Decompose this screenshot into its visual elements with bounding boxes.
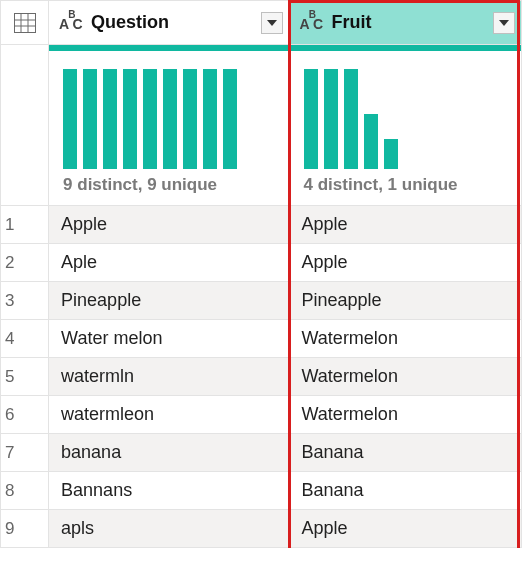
row-number[interactable]: 3 (1, 282, 49, 320)
cell-fruit[interactable]: Watermelon (289, 320, 521, 358)
row-number[interactable]: 5 (1, 358, 49, 396)
distribution-bar (324, 69, 338, 169)
distribution-bar (344, 69, 358, 169)
table-corner-cell[interactable] (1, 1, 49, 45)
cell-fruit[interactable]: Watermelon (289, 396, 521, 434)
table-row[interactable]: 8BannansBanana (1, 472, 522, 510)
cell-question[interactable]: Bannans (49, 472, 289, 510)
row-number[interactable]: 7 (1, 434, 49, 472)
table-row[interactable]: 2ApleApple (1, 244, 522, 282)
cell-question[interactable]: apls (49, 510, 289, 548)
cell-fruit[interactable]: Apple (289, 244, 521, 282)
distribution-bar (304, 69, 318, 169)
distribution-bar (163, 69, 177, 169)
svg-rect-0 (14, 13, 35, 32)
column-filter-dropdown[interactable] (261, 12, 283, 34)
profile-summary: 9 distinct, 9 unique (49, 169, 288, 205)
distribution-bar (384, 139, 398, 169)
distribution-bar (203, 69, 217, 169)
table-icon (14, 13, 36, 33)
cell-fruit[interactable]: Apple (289, 510, 521, 548)
row-number[interactable]: 4 (1, 320, 49, 358)
column-header-row: ABC Question ABC Fruit (1, 1, 522, 45)
row-number[interactable]: 9 (1, 510, 49, 548)
data-rows: 1AppleApple2ApleApple3PineapplePineapple… (1, 206, 522, 548)
cell-question[interactable]: Water melon (49, 320, 289, 358)
table-row[interactable]: 5watermlnWatermelon (1, 358, 522, 396)
distribution-bar (223, 69, 237, 169)
data-preview-table: ABC Question ABC Fruit (0, 0, 522, 548)
distribution-bar (143, 69, 157, 169)
cell-fruit[interactable]: Banana (289, 472, 521, 510)
cell-fruit[interactable]: Pineapple (289, 282, 521, 320)
cell-question[interactable]: Pineapple (49, 282, 289, 320)
text-type-icon: ABC (300, 14, 324, 32)
column-profile-question[interactable]: 9 distinct, 9 unique (49, 45, 289, 206)
cell-question[interactable]: Aple (49, 244, 289, 282)
row-number[interactable]: 2 (1, 244, 49, 282)
table-row[interactable]: 9aplsApple (1, 510, 522, 548)
column-profile-row: 9 distinct, 9 unique 4 distinct, 1 uniqu… (1, 45, 522, 206)
distribution-bar (123, 69, 137, 169)
distribution-chart (304, 69, 507, 169)
table-row[interactable]: 6watermleonWatermelon (1, 396, 522, 434)
cell-question[interactable]: watermln (49, 358, 289, 396)
row-number[interactable]: 8 (1, 472, 49, 510)
cell-fruit[interactable]: Apple (289, 206, 521, 244)
column-name: Question (91, 12, 260, 33)
cell-fruit[interactable]: Watermelon (289, 358, 521, 396)
distribution-bar (364, 114, 378, 169)
table-row[interactable]: 1AppleApple (1, 206, 522, 244)
column-profile-fruit[interactable]: 4 distinct, 1 unique (289, 45, 521, 206)
table-row[interactable]: 7bananaBanana (1, 434, 522, 472)
table-row[interactable]: 3PineapplePineapple (1, 282, 522, 320)
profile-corner (1, 45, 49, 206)
column-name: Fruit (332, 12, 493, 33)
cell-fruit[interactable]: Banana (289, 434, 521, 472)
table-row[interactable]: 4Water melonWatermelon (1, 320, 522, 358)
distribution-bar (183, 69, 197, 169)
column-header-question[interactable]: ABC Question (49, 1, 289, 45)
text-type-icon: ABC (59, 14, 83, 32)
distribution-bar (103, 69, 117, 169)
cell-question[interactable]: Apple (49, 206, 289, 244)
row-number[interactable]: 6 (1, 396, 49, 434)
cell-question[interactable]: watermleon (49, 396, 289, 434)
row-number[interactable]: 1 (1, 206, 49, 244)
distribution-bar (83, 69, 97, 169)
cell-question[interactable]: banana (49, 434, 289, 472)
column-filter-dropdown[interactable] (493, 12, 515, 34)
distribution-chart (63, 69, 274, 169)
profile-summary: 4 distinct, 1 unique (290, 169, 521, 205)
distribution-bar (63, 69, 77, 169)
column-header-fruit[interactable]: ABC Fruit (289, 1, 521, 45)
